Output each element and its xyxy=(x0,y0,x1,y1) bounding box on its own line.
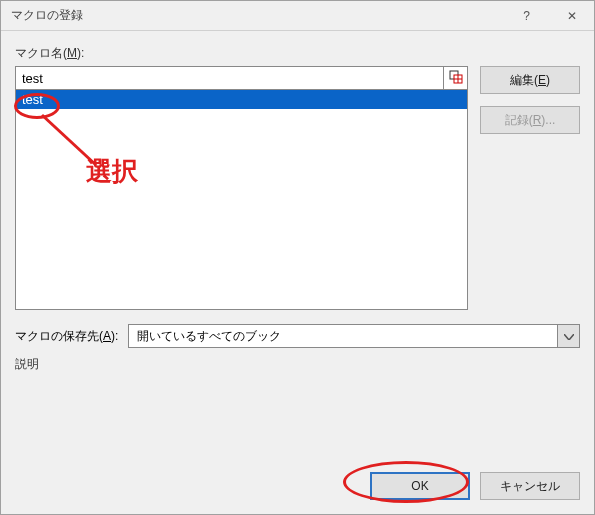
store-in-label: マクロの保存先(A): xyxy=(15,328,118,345)
macro-name-left: test xyxy=(15,66,468,310)
record-button: 記録(R)... xyxy=(480,106,580,134)
dialog-title: マクロの登録 xyxy=(11,7,83,24)
reference-picker-button[interactable] xyxy=(444,66,468,90)
macro-name-input[interactable] xyxy=(15,66,444,90)
titlebar-controls: ? ✕ xyxy=(504,1,594,30)
titlebar: マクロの登録 ? ✕ xyxy=(1,1,594,31)
macro-list[interactable]: test xyxy=(15,90,468,310)
dialog-footer: OK キャンセル xyxy=(370,472,580,500)
macro-name-label: マクロ名(M): xyxy=(15,45,580,62)
help-button[interactable]: ? xyxy=(504,1,549,31)
dialog-macro-assign: マクロの登録 ? ✕ マクロ名(M): xyxy=(0,0,595,515)
dialog-body: マクロ名(M): xyxy=(1,31,594,427)
description-area xyxy=(15,377,580,417)
list-item[interactable]: test xyxy=(16,90,467,109)
close-icon: ✕ xyxy=(567,9,577,23)
edit-button[interactable]: 編集(E) xyxy=(480,66,580,94)
store-in-value: 開いているすべてのブック xyxy=(128,324,558,348)
right-button-column: 編集(E) 記録(R)... xyxy=(480,66,580,134)
store-in-dropdown-button[interactable] xyxy=(558,324,580,348)
description-label: 説明 xyxy=(15,356,580,373)
reference-picker-icon xyxy=(449,70,463,87)
chevron-down-icon xyxy=(564,329,574,343)
macro-name-input-wrap xyxy=(15,66,468,90)
store-in-combo[interactable]: 開いているすべてのブック xyxy=(128,324,580,348)
ok-button[interactable]: OK xyxy=(370,472,470,500)
macro-name-section: test 編集(E) 記録(R)... xyxy=(15,66,580,310)
store-in-row: マクロの保存先(A): 開いているすべてのブック xyxy=(15,324,580,348)
help-icon: ? xyxy=(523,9,530,23)
close-button[interactable]: ✕ xyxy=(549,1,594,31)
cancel-button[interactable]: キャンセル xyxy=(480,472,580,500)
